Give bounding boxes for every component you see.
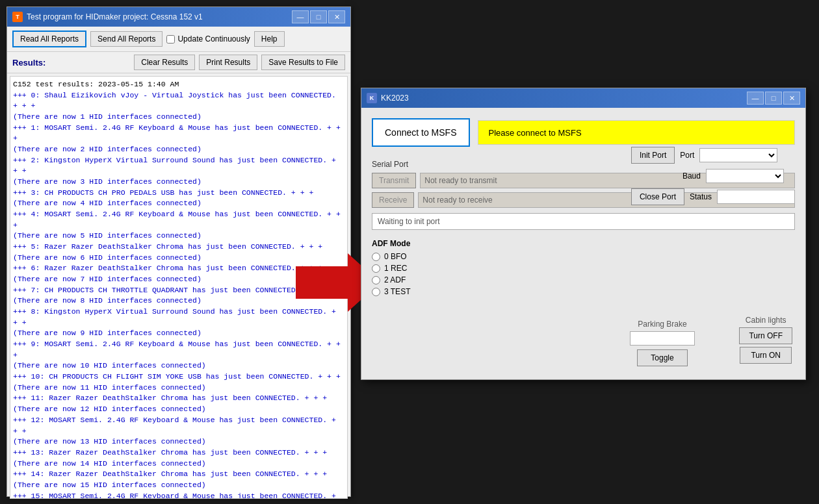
adf-radio-group: 0 BFO1 REC2 ADF3 TEST [372,252,795,296]
close-port-button[interactable]: Close Port [631,188,684,205]
window1-title: Test program for HIDmaker project: Cessn… [27,12,203,21]
adf-mode-label: ADF Mode [372,239,795,248]
adf-radio-2[interactable] [372,276,380,284]
help-button[interactable]: Help [254,31,285,47]
port-controls: Init Port Port Baud Close Port Status [631,147,795,205]
app-icon-1: T [12,12,23,22]
adf-radio-3[interactable] [372,288,380,296]
adf-radio-item[interactable]: 0 BFO [372,252,795,261]
parking-brake-input [630,331,695,346]
adf-radio-1[interactable] [372,264,380,273]
baud-label: Baud [682,171,701,181]
update-continuously-text: Update Continuously [177,34,250,44]
window1: T Test program for HIDmaker project: Ces… [6,6,351,497]
maximize-button-2[interactable]: □ [765,92,782,105]
adf-radio-0[interactable] [372,253,380,261]
title-controls-2: — □ ✕ [747,92,800,105]
results-toolbar: Results: Clear Results Print Results Sav… [7,52,350,73]
port-select[interactable] [699,148,777,162]
connect-section: Connect to MSFS Please connect to MSFS [372,118,795,147]
adf-radio-item[interactable]: 3 TEST [372,287,795,296]
status-input [717,190,795,204]
results-label: Results: [12,58,130,68]
window2: K KK2023 — □ ✕ Connect to MSFS Please co… [361,88,806,380]
app-icon-2: K [367,93,377,103]
parking-brake-label: Parking Brake [630,320,695,329]
baud-select[interactable] [706,169,784,183]
turn-off-button[interactable]: Turn OFF [739,327,792,344]
adf-radio-item[interactable]: 2 ADF [372,275,795,284]
close-button-2[interactable]: ✕ [783,92,800,105]
cabin-lights-section: Cabin lights Turn OFF Turn ON [739,316,792,366]
init-port-button[interactable]: Init Port [631,147,675,164]
close-port-row: Close Port Status [631,188,795,205]
port-label: Port [680,151,694,160]
connect-to-msfs-button[interactable]: Connect to MSFS [372,118,470,147]
status-label: Status [690,192,712,201]
clear-results-button[interactable]: Clear Results [134,55,195,70]
init-port-row: Init Port Port [631,147,795,164]
title-bar-2: K KK2023 — □ ✕ [361,88,805,108]
close-button-1[interactable]: ✕ [328,10,345,23]
adf-radio-item[interactable]: 1 REC [372,264,795,273]
window2-content: Connect to MSFS Please connect to MSFS S… [361,108,805,379]
msfs-status-display: Please connect to MSFS [478,120,796,145]
update-continuously-checkbox[interactable] [166,35,175,44]
window2-title: KK2023 [381,94,409,103]
save-results-button[interactable]: Save Results to File [261,55,345,70]
parking-brake-section: Parking Brake Toggle [630,320,695,366]
toolbar-1: Read All Reports Send All Reports Update… [7,27,350,52]
receive-button[interactable]: Receive [372,192,414,208]
maximize-button-1[interactable]: □ [310,10,327,23]
toggle-button[interactable]: Toggle [637,349,687,366]
transmit-button[interactable]: Transmit [372,173,416,188]
baud-row: Baud [631,169,795,183]
update-continuously-label[interactable]: Update Continuously [166,34,250,44]
title-controls-1: — □ ✕ [292,10,345,23]
read-all-reports-button[interactable]: Read All Reports [12,31,86,47]
cabin-lights-label: Cabin lights [739,316,792,325]
title-bar-1: T Test program for HIDmaker project: Ces… [7,7,350,27]
waiting-bar: Waiting to init port [372,213,795,230]
minimize-button-1[interactable]: — [292,10,309,23]
turn-on-button[interactable]: Turn ON [740,347,792,364]
minimize-button-2[interactable]: — [747,92,764,105]
adf-mode-section: ADF Mode 0 BFO1 REC2 ADF3 TEST [372,239,795,296]
print-results-button[interactable]: Print Results [199,55,257,70]
send-all-reports-button[interactable]: Send All Reports [90,31,162,47]
